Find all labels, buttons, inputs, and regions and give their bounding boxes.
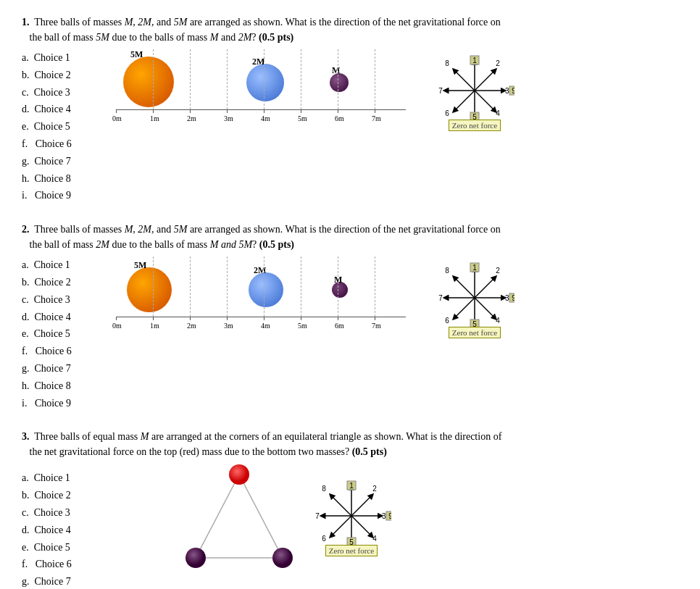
tick-0	[116, 109, 117, 113]
q1-diagram-area: 5M 2M M 0m 1m 2m 3m 4m	[109, 49, 678, 136]
dashed-2	[190, 49, 191, 109]
q1-pts: (0.5 pts)	[259, 32, 293, 43]
q1-number: 1.	[22, 17, 30, 28]
q3-choice-f[interactable]: f. Choice 6	[22, 556, 101, 573]
dashed-7	[375, 49, 375, 109]
label-2m: 2M	[252, 57, 264, 67]
q1-choice-e[interactable]: e. Choice 5	[22, 118, 101, 135]
q2-compass: 1 2 3 4 5 6 7 8 9 Zero net force	[435, 262, 514, 338]
q1-zero-net-force[interactable]: Zero net force	[449, 120, 501, 131]
svg-text:3: 3	[505, 87, 509, 95]
q2-choice-e[interactable]: e. Choice 5	[22, 325, 101, 343]
tick-4	[264, 109, 264, 113]
question-3: 3. Three balls of equal mass M are arran…	[22, 429, 678, 589]
svg-line-5	[454, 91, 475, 111]
q1-choice-d[interactable]: d. Choice 4	[22, 101, 101, 118]
axis-line	[116, 109, 406, 110]
svg-line-49	[331, 516, 351, 536]
tick-label-7: 7m	[372, 114, 381, 122]
q2-pts: (0.5 pts)	[259, 239, 294, 250]
q3-triangle-diagram	[181, 464, 297, 572]
q3-choice-c[interactable]: c. Choice 3	[22, 504, 101, 522]
svg-line-45	[351, 496, 372, 516]
svg-text:6: 6	[445, 109, 449, 117]
q2-choice-h[interactable]: h. Choice 8	[22, 377, 101, 395]
tick-label-5: 5m	[298, 114, 307, 122]
svg-line-47	[351, 516, 372, 536]
tick-5	[301, 109, 301, 113]
q2-number: 2.	[22, 224, 30, 235]
svg-point-43	[272, 548, 293, 568]
q2-compass-svg: 1 2 3 4 5 6 7 8 9	[435, 262, 514, 330]
question-1: 1. Three balls of masses M, 2M, and 5M a…	[22, 14, 678, 204]
svg-text:4: 4	[372, 535, 377, 543]
svg-text:7: 7	[438, 87, 443, 95]
svg-text:3: 3	[382, 512, 386, 520]
q2-choice-a[interactable]: a. Choice 1	[22, 256, 101, 274]
svg-text:8: 8	[445, 59, 449, 67]
q3-triangle-svg	[181, 464, 297, 572]
q3-content: a. Choice 1 b. Choice 2 c. Choice 3 d. C…	[22, 464, 678, 589]
svg-text:8: 8	[322, 485, 326, 493]
svg-line-1	[475, 70, 495, 91]
label-m: M	[332, 65, 340, 76]
q2-diagram-area: 5M 2M M 0m 1m 2m 3m 4m 5m	[109, 256, 678, 343]
q3-compass-svg: 1 2 3 4 5 6 7 8 9	[312, 480, 391, 548]
q3-choice-e[interactable]: e. Choice 5	[22, 539, 101, 556]
q2-choice-b[interactable]: b. Choice 2	[22, 274, 101, 291]
tick-3	[227, 109, 228, 113]
q3-choice-b[interactable]: b. Choice 2	[22, 487, 101, 504]
q3-mass: M	[141, 431, 149, 442]
label-5m-q2: 5M	[134, 260, 146, 271]
q2-choice-c[interactable]: c. Choice 3	[22, 291, 101, 309]
q1-choice-a[interactable]: a. Choice 1	[22, 49, 101, 67]
tick-1	[153, 109, 154, 113]
q2-masses: M, 2M,	[125, 224, 154, 235]
q2-zero-net-force[interactable]: Zero net force	[449, 327, 501, 338]
q2-choice-f[interactable]: f. Choice 6	[22, 343, 101, 360]
tick-label-4: 4m	[261, 114, 270, 122]
tick-label-3: 3m	[224, 114, 233, 122]
q1-ball-m: M	[210, 32, 219, 43]
question-3-text: 3. Three balls of equal mass M are arran…	[22, 429, 678, 459]
q1-choice-g[interactable]: g. Choice 7	[22, 153, 101, 170]
svg-text:2: 2	[372, 485, 377, 493]
svg-text:1: 1	[349, 482, 354, 490]
q3-choice-g[interactable]: g. Choice 7	[22, 573, 101, 589]
q3-number: 3.	[22, 431, 30, 442]
svg-line-7	[454, 70, 475, 91]
svg-line-3	[475, 91, 495, 111]
ball-2m-q2	[249, 272, 283, 307]
svg-point-41	[229, 464, 249, 485]
dashed-1	[153, 49, 154, 109]
q1-choice-b[interactable]: b. Choice 2	[22, 67, 101, 84]
q3-choice-d[interactable]: d. Choice 4	[22, 522, 101, 539]
svg-text:2: 2	[496, 267, 500, 275]
q1-choice-f[interactable]: f. Choice 6	[22, 135, 101, 153]
question-2-text: 2. Three balls of masses M, 2M, and 5M a…	[22, 222, 678, 252]
dashed-4	[264, 49, 264, 109]
q2-choice-d[interactable]: d. Choice 4	[22, 309, 101, 326]
q1-choice-h[interactable]: h. Choice 8	[22, 170, 101, 188]
q1-mass-5m: 5M	[174, 17, 188, 28]
svg-text:9: 9	[512, 87, 514, 95]
tick-7	[375, 109, 375, 113]
q1-content: a. Choice 1 b. Choice 2 c. Choice 3 d. C…	[22, 49, 678, 204]
label-5m: 5M	[130, 49, 143, 60]
q1-ball-2m: 2M	[238, 32, 252, 43]
svg-text:1: 1	[472, 57, 477, 64]
q2-content: a. Choice 1 b. Choice 2 c. Choice 3 d. C…	[22, 256, 678, 412]
q1-choices: a. Choice 1 b. Choice 2 c. Choice 3 d. C…	[22, 49, 101, 204]
q2-choice-i[interactable]: i. Choice 9	[22, 395, 101, 412]
tick-label-6: 6m	[335, 114, 344, 122]
q3-choice-a[interactable]: a. Choice 1	[22, 469, 101, 487]
q2-ball-5m: 5M	[238, 239, 252, 250]
q1-choice-c[interactable]: c. Choice 3	[22, 84, 101, 101]
svg-line-21	[475, 277, 495, 298]
q2-choice-g[interactable]: g. Choice 7	[22, 360, 101, 377]
q1-choice-i[interactable]: i. Choice 9	[22, 187, 101, 204]
svg-line-27	[454, 277, 475, 298]
tick-6	[338, 109, 338, 113]
question-1-text: 1. Three balls of masses M, 2M, and 5M a…	[22, 14, 678, 45]
q3-zero-net-force[interactable]: Zero net force	[325, 545, 378, 556]
